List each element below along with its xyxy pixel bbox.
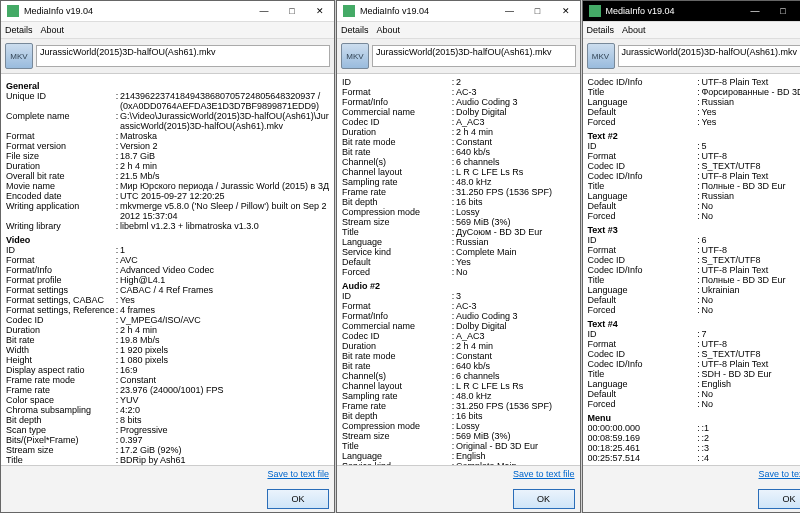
info-row: Bit depth:16 bits (342, 197, 575, 207)
info-row: Title:Полные - BD 3D Eur (588, 275, 800, 285)
info-key: Title (588, 181, 696, 191)
info-row: Duration:2 h 4 min (6, 161, 329, 171)
info-key: Title (6, 455, 114, 465)
ok-button[interactable]: OK (758, 489, 800, 509)
info-key: Frame rate (6, 385, 114, 395)
info-key: Channel(s) (342, 371, 450, 381)
info-row: Title:SDH - BD 3D Eur (588, 369, 800, 379)
menu-about[interactable]: About (41, 25, 65, 35)
maximize-button[interactable]: □ (524, 1, 552, 21)
file-path-input[interactable]: JurassicWorld(2015)3D-halfOU(Ash61).mkv (36, 45, 330, 67)
info-value: A_AC3 (456, 117, 575, 127)
info-row: 00:08:59.169::2 (588, 433, 800, 443)
format-icon[interactable]: MKV (587, 43, 615, 69)
info-key: Default (588, 107, 696, 117)
titlebar[interactable]: MediaInfo v19.04—□✕ (1, 1, 334, 22)
save-to-text-link[interactable]: Save to text file (513, 469, 575, 479)
ok-button[interactable]: OK (513, 489, 575, 509)
info-value: 21.5 Mb/s (120, 171, 329, 181)
info-row: Complete name:G:\Video\JurassicWorld(201… (6, 111, 329, 131)
file-path-input[interactable]: JurassicWorld(2015)3D-halfOU(Ash61).mkv (618, 45, 800, 67)
details-pane[interactable]: Codec ID/Info:UTF-8 Plain TextTitle:Форс… (583, 74, 800, 465)
info-key: Stream size (342, 431, 450, 441)
info-row: Default:Yes (342, 257, 575, 267)
close-button[interactable]: ✕ (552, 1, 580, 21)
menu-about[interactable]: About (622, 25, 646, 35)
info-row: Frame rate:31.250 FPS (1536 SPF) (342, 187, 575, 197)
info-row: Default:No (588, 389, 800, 399)
info-value: Audio Coding 3 (456, 97, 575, 107)
info-row: Bit rate:640 kb/s (342, 361, 575, 371)
section-header: Video (6, 235, 329, 245)
minimize-button[interactable]: — (250, 1, 278, 21)
info-row: Codec ID/Info:UTF-8 Plain Text (588, 171, 800, 181)
menu-about[interactable]: About (377, 25, 401, 35)
format-icon[interactable]: MKV (5, 43, 33, 69)
info-value: Yes (702, 117, 800, 127)
info-row: Forced:Yes (588, 117, 800, 127)
info-value: SDH - BD 3D Eur (702, 369, 800, 379)
info-row: ID:2 (342, 77, 575, 87)
details-pane[interactable]: GeneralUnique ID:21439622374184943868070… (1, 74, 334, 465)
info-key: Format/Info (342, 97, 450, 107)
maximize-button[interactable]: □ (278, 1, 306, 21)
info-row: Compression mode:Lossy (342, 207, 575, 217)
info-value: Ukrainian (702, 285, 800, 295)
info-key: Language (342, 237, 450, 247)
info-row: Format version:Version 2 (6, 141, 329, 151)
info-value: English (702, 379, 800, 389)
app-window: MediaInfo v19.04—□✕DetailsAboutMKVJurass… (0, 0, 335, 513)
info-value: Advanced Video Codec (120, 265, 329, 275)
info-row: Chroma subsampling:4:2:0 (6, 405, 329, 415)
info-key: Channel(s) (342, 157, 450, 167)
info-value: 6 (702, 235, 800, 245)
app-icon (343, 5, 355, 17)
minimize-button[interactable]: — (741, 1, 769, 21)
info-key: Format (6, 255, 114, 265)
info-key: Bit rate (342, 361, 450, 371)
info-row: Codec ID/Info:UTF-8 Plain Text (588, 359, 800, 369)
footer: Save to text fileOK (1, 465, 334, 512)
info-value: 2 h 4 min (456, 341, 575, 351)
app-window: MediaInfo v19.04—□✕DetailsAboutMKVJurass… (336, 0, 581, 513)
info-row: File size:18.7 GiB (6, 151, 329, 161)
format-icon[interactable]: MKV (341, 43, 369, 69)
info-row: Codec ID:S_TEXT/UTF8 (588, 349, 800, 359)
footer: Save to text fileOK (583, 465, 800, 512)
info-row: Format:UTF-8 (588, 151, 800, 161)
info-value: Complete Main (456, 247, 575, 257)
file-path-input[interactable]: JurassicWorld(2015)3D-halfOU(Ash61).mkv (372, 45, 576, 67)
info-row: Title:ДуCoюм - BD 3D Eur (342, 227, 575, 237)
menu-details[interactable]: Details (341, 25, 369, 35)
ok-button[interactable]: OK (267, 489, 329, 509)
close-button[interactable]: ✕ (306, 1, 334, 21)
info-key: Forced (588, 117, 696, 127)
details-pane[interactable]: ID:2Format:AC-3Format/Info:Audio Coding … (337, 74, 580, 465)
maximize-button[interactable]: □ (769, 1, 797, 21)
info-row: Language:English (342, 451, 575, 461)
info-key: Width (6, 345, 114, 355)
save-to-text-link[interactable]: Save to text file (267, 469, 329, 479)
info-row: Codec ID:S_TEXT/UTF8 (588, 161, 800, 171)
app-icon (589, 5, 601, 17)
menu-details[interactable]: Details (587, 25, 615, 35)
info-row: Duration:2 h 4 min (342, 127, 575, 137)
titlebar[interactable]: MediaInfo v19.04—□✕ (583, 1, 800, 22)
info-row: Language:Ukrainian (588, 285, 800, 295)
info-row: ID:5 (588, 141, 800, 151)
info-value: 4 frames (120, 305, 329, 315)
info-value: Полные - BD 3D Eur (702, 275, 800, 285)
info-value: Russian (456, 237, 575, 247)
info-value: Yes (120, 295, 329, 305)
save-to-text-link[interactable]: Save to text file (758, 469, 800, 479)
info-row: Frame rate:31.250 FPS (1536 SPF) (342, 401, 575, 411)
info-value: 31.250 FPS (1536 SPF) (456, 401, 575, 411)
info-value: No (456, 267, 575, 277)
titlebar[interactable]: MediaInfo v19.04—□✕ (337, 1, 580, 22)
info-value: Russian (702, 97, 800, 107)
info-key: Scan type (6, 425, 114, 435)
minimize-button[interactable]: — (496, 1, 524, 21)
menu-details[interactable]: Details (5, 25, 33, 35)
info-key: Codec ID (342, 331, 450, 341)
info-value: 569 MiB (3%) (456, 431, 575, 441)
